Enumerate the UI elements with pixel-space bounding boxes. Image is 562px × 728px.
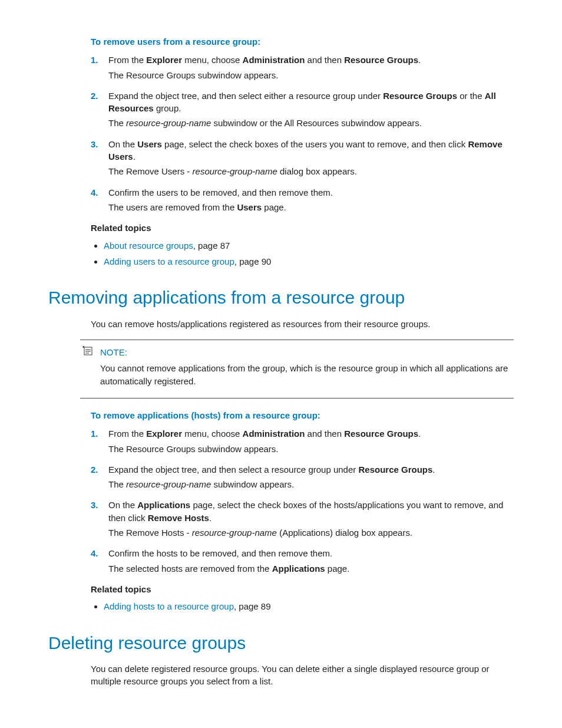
step-text: Expand the object tree, and then select … bbox=[108, 91, 496, 113]
step-item: 4. Confirm the hosts to be removed, and … bbox=[91, 547, 514, 575]
step-result: The selected hosts are removed from the … bbox=[108, 562, 514, 575]
procedure-heading-remove-apps: To remove applications (hosts) from a re… bbox=[91, 409, 514, 421]
link-adding-hosts[interactable]: Adding hosts to a resource group bbox=[104, 601, 234, 611]
step-text: Expand the object tree, and then select … bbox=[108, 465, 435, 475]
step-number: 3. bbox=[91, 138, 98, 150]
procedure-heading-remove-users: To remove users from a resource group: bbox=[91, 35, 514, 48]
step-item: 2. Expand the object tree, and then sele… bbox=[91, 463, 514, 491]
step-result: The users are removed from the Users pag… bbox=[108, 201, 514, 213]
step-text: On the Users page, select the check boxe… bbox=[108, 139, 503, 162]
step-text: From the Explorer menu, choose Administr… bbox=[108, 429, 421, 439]
link-about-resource-groups[interactable]: About resource groups bbox=[104, 241, 193, 251]
step-result: The Remove Users - resource-group-name d… bbox=[108, 165, 514, 177]
step-text: Confirm the hosts to be removed, and the… bbox=[108, 548, 332, 558]
related-topics-list: About resource groups, page 87 Adding us… bbox=[91, 239, 514, 268]
note-icon bbox=[82, 346, 94, 355]
step-result: The Resource Groups subwindow appears. bbox=[108, 443, 514, 455]
step-number: 2. bbox=[91, 463, 98, 476]
note-heading: NOTE: bbox=[100, 346, 514, 358]
link-adding-users[interactable]: Adding users to a resource group bbox=[104, 256, 234, 266]
step-item: 2. Expand the object tree, and then sele… bbox=[91, 90, 514, 130]
step-number: 2. bbox=[91, 90, 98, 102]
step-text: On the Applications page, select the che… bbox=[108, 500, 503, 522]
related-topics-heading: Related topics bbox=[91, 583, 514, 595]
steps-remove-users: 1. From the Explorer menu, choose Admini… bbox=[91, 54, 514, 213]
step-result: The Remove Hosts - resource-group-name (… bbox=[108, 526, 514, 539]
step-number: 3. bbox=[91, 499, 98, 511]
related-topics-list: Adding hosts to a resource group, page 8… bbox=[91, 600, 514, 612]
related-link-item: Adding users to a resource group, page 9… bbox=[104, 255, 514, 268]
step-result: The resource-group-name subwindow appear… bbox=[108, 478, 514, 490]
heading-deleting-resource-groups: Deleting resource groups bbox=[48, 631, 514, 656]
step-number: 4. bbox=[91, 547, 98, 559]
step-item: 3. On the Users page, select the check b… bbox=[91, 138, 514, 178]
step-item: 1. From the Explorer menu, choose Admini… bbox=[91, 427, 514, 455]
step-result: The Resource Groups subwindow appears. bbox=[108, 69, 514, 81]
step-number: 1. bbox=[91, 427, 98, 440]
step-number: 4. bbox=[91, 186, 98, 199]
note-body: You cannot remove applications from the … bbox=[100, 362, 514, 387]
related-link-item: About resource groups, page 87 bbox=[104, 239, 514, 252]
note-block: NOTE: You cannot remove applications fro… bbox=[80, 340, 514, 398]
step-item: 1. From the Explorer menu, choose Admini… bbox=[91, 54, 514, 81]
related-topics-heading: Related topics bbox=[91, 222, 514, 234]
step-result: The resource-group-name subwindow or the… bbox=[108, 117, 514, 129]
step-text: Confirm the users to be removed, and the… bbox=[108, 187, 333, 197]
section-intro-text: You can remove hosts/applications regist… bbox=[91, 318, 514, 330]
steps-remove-apps: 1. From the Explorer menu, choose Admini… bbox=[91, 427, 514, 575]
step-item: 4. Confirm the users to be removed, and … bbox=[91, 186, 514, 214]
section-intro-text: You can delete registered resource group… bbox=[91, 663, 514, 688]
step-item: 3. On the Applications page, select the … bbox=[91, 499, 514, 539]
step-number: 1. bbox=[91, 54, 98, 66]
step-text: From the Explorer menu, choose Administr… bbox=[108, 55, 421, 65]
related-link-item: Adding hosts to a resource group, page 8… bbox=[104, 600, 514, 612]
heading-removing-applications: Removing applications from a resource gr… bbox=[48, 285, 514, 311]
